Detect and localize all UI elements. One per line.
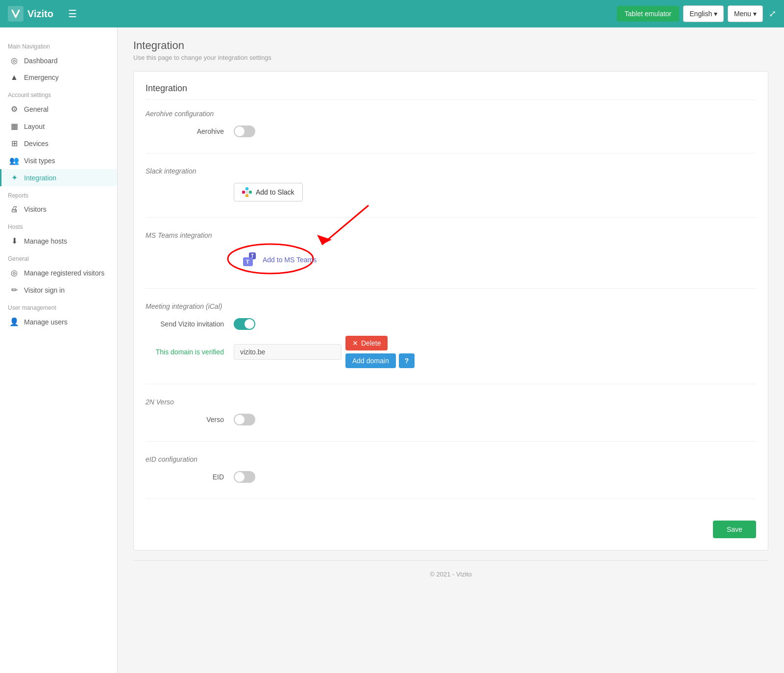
sidebar-item-visitors[interactable]: 🖨 Visitors (0, 201, 117, 218)
aerohive-row: Aerohive (146, 125, 756, 137)
aerohive-toggle[interactable] (234, 125, 255, 137)
layout: Main Navigation ◎ Dashboard ▲ Emergency … (0, 27, 784, 673)
delete-domain-button[interactable]: ✕ Delete (345, 336, 388, 350)
dashboard-icon: ◎ (9, 56, 19, 65)
slack-row: Add to Slack (146, 183, 756, 201)
visitor-sign-in-icon: ✏ (9, 285, 19, 295)
sidebar-item-label: Manage registered visitors (24, 269, 104, 277)
manage-hosts-icon: ⬇ (9, 236, 19, 246)
svg-rect-4 (245, 191, 248, 194)
delete-x-icon: ✕ (352, 339, 358, 347)
delete-action-row: ✕ Delete (345, 336, 415, 350)
account-settings-title: Account settings (0, 86, 117, 100)
domain-actions: ✕ Delete Add domain ? (345, 336, 415, 368)
page-subtitle: Use this page to change your integration… (133, 54, 768, 61)
slack-icon (242, 187, 252, 197)
sidebar-item-label: Dashboard (24, 57, 58, 65)
verso-row: Verso (146, 414, 756, 425)
sidebar-item-label: Visitors (24, 205, 47, 213)
send-invitation-label: Send Vizito invitation (146, 320, 234, 328)
eid-section: eID configuration EID (146, 455, 756, 499)
hosts-title: Hosts (0, 218, 117, 232)
sidebar-item-label: General (24, 105, 49, 113)
tablet-emulator-button[interactable]: Tablet emulator (617, 6, 680, 22)
layout-icon: ▦ (9, 122, 19, 131)
slack-section: Slack integration Add to Slack (146, 167, 756, 218)
eid-toggle[interactable] (234, 471, 255, 483)
sidebar-item-manage-hosts[interactable]: ⬇ Manage hosts (0, 232, 117, 249)
verso-toggle[interactable] (234, 414, 255, 425)
hamburger-icon[interactable]: ☰ (68, 8, 77, 20)
sidebar-item-emergency[interactable]: ▲ Emergency (0, 69, 117, 86)
svg-rect-1 (245, 187, 248, 190)
svg-rect-2 (249, 191, 252, 194)
brand-logo: Vizito (8, 6, 53, 22)
sidebar-item-label: Visitor sign in (24, 286, 65, 294)
sidebar-item-dashboard[interactable]: ◎ Dashboard (0, 52, 117, 69)
save-button[interactable]: Save (713, 521, 756, 538)
sidebar-item-manage-users[interactable]: 👤 Manage users (0, 313, 117, 330)
domain-input[interactable] (234, 344, 342, 360)
gear-icon: ⚙ (9, 104, 19, 114)
manage-users-icon: 👤 (9, 317, 19, 326)
expand-icon[interactable]: ⤢ (769, 8, 776, 19)
aerohive-label: Aerohive (146, 127, 234, 135)
add-to-ms-teams-label: Add to MS Teams (263, 256, 317, 264)
ical-section: Meeting integration (iCal) Send Vizito i… (146, 302, 756, 384)
eid-section-title: eID configuration (146, 455, 756, 463)
sidebar-item-devices[interactable]: ⊞ Devices (0, 135, 117, 152)
sidebar-item-layout[interactable]: ▦ Layout (0, 118, 117, 135)
sidebar-item-manage-registered-visitors[interactable]: ◎ Manage registered visitors (0, 264, 117, 281)
menu-button[interactable]: Menu ▾ (728, 5, 763, 22)
main-content: Integration Use this page to change your… (118, 27, 784, 673)
sidebar-item-label: Emergency (24, 74, 59, 81)
sidebar-item-label: Layout (24, 123, 45, 130)
reports-title: Reports (0, 186, 117, 201)
sidebar-item-label: Integration (24, 174, 56, 182)
sidebar-item-label: Manage users (24, 318, 68, 326)
integration-card: Integration Aerohive configuration Aeroh… (133, 71, 768, 550)
add-to-ms-teams-button[interactable]: T T Add to MS Teams (234, 247, 325, 273)
teams-section: MS Teams integration (146, 231, 756, 289)
sidebar-item-visitor-sign-in[interactable]: ✏ Visitor sign in (0, 281, 117, 299)
language-selector[interactable]: English ▾ (683, 5, 724, 22)
aerohive-section-title: Aerohive configuration (146, 110, 756, 118)
sidebar-item-integration[interactable]: ✦ Integration (0, 169, 117, 186)
svg-text:T: T (246, 259, 249, 265)
brand-name: Vizito (27, 8, 53, 20)
main-navigation-title: Main Navigation (0, 37, 117, 52)
sidebar-item-label: Manage hosts (24, 237, 67, 245)
aerohive-section: Aerohive configuration Aerohive (146, 110, 756, 153)
navbar: Vizito ☰ Tablet emulator English ▾ Menu … (0, 0, 784, 27)
verso-section-title: 2N Verso (146, 398, 756, 406)
domain-verified-label: This domain is verified (146, 348, 234, 356)
add-to-slack-button[interactable]: Add to Slack (234, 183, 303, 201)
eid-slider (234, 471, 255, 483)
devices-icon: ⊞ (9, 139, 19, 148)
add-to-slack-label: Add to Slack (256, 188, 294, 196)
registered-visitors-icon: ◎ (9, 268, 19, 277)
eid-label: EID (146, 473, 234, 481)
eid-row: EID (146, 471, 756, 483)
card-title: Integration (146, 83, 756, 100)
page-title: Integration (133, 39, 768, 52)
sidebar-item-general[interactable]: ⚙ General (0, 100, 117, 118)
general-section-title: General (0, 249, 117, 264)
send-invitation-toggle[interactable] (234, 318, 255, 330)
svg-rect-0 (242, 191, 245, 194)
sidebar-item-label: Visit types (24, 157, 55, 165)
sidebar-item-visit-types[interactable]: 👥 Visit types (0, 152, 117, 169)
verso-label: Verso (146, 416, 234, 424)
teams-icon: T T (242, 251, 259, 268)
slack-section-title: Slack integration (146, 167, 756, 175)
footer-text: © 2021 - Vizito (430, 571, 471, 578)
send-invitation-row: Send Vizito invitation (146, 318, 756, 330)
add-action-row: Add domain ? (345, 353, 415, 368)
verso-section: 2N Verso Verso (146, 398, 756, 442)
add-domain-button[interactable]: Add domain (345, 353, 396, 368)
teams-row: T T Add to MS Teams (146, 247, 756, 273)
sidebar-item-label: Devices (24, 140, 49, 148)
ical-section-title: Meeting integration (iCal) (146, 302, 756, 310)
send-invitation-slider (234, 318, 255, 330)
help-button[interactable]: ? (399, 353, 415, 368)
